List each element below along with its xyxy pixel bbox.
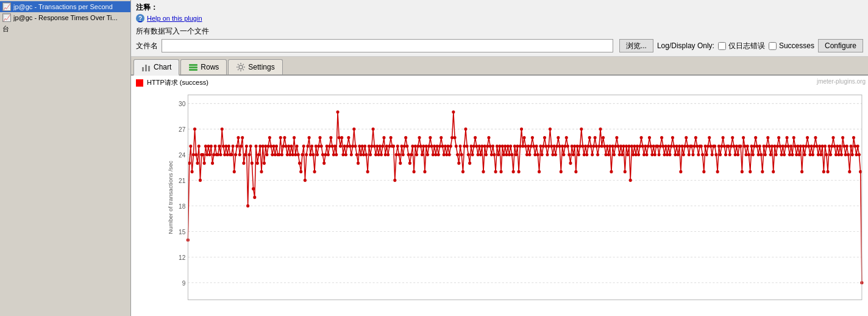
svg-point-197 (421, 153, 424, 156)
svg-point-108 (299, 170, 302, 173)
svg-point-446 (760, 153, 763, 156)
svg-point-408 (708, 136, 711, 139)
svg-point-278 (531, 136, 534, 139)
svg-text:24: 24 (179, 152, 185, 159)
svg-point-429 (736, 153, 739, 156)
svg-point-460 (778, 145, 781, 148)
sidebar-item-tai[interactable]: 台 (0, 23, 130, 35)
svg-point-238 (477, 153, 480, 156)
successes-label: Successes (779, 41, 814, 50)
svg-point-52 (223, 153, 226, 156)
svg-point-85 (268, 136, 271, 139)
svg-point-173 (388, 145, 391, 148)
svg-point-193 (415, 153, 418, 156)
svg-text:18: 18 (179, 203, 185, 210)
tab-chart[interactable]: Chart (133, 59, 179, 76)
svg-point-438 (749, 170, 752, 173)
svg-point-344 (621, 153, 624, 156)
svg-point-77 (257, 153, 260, 156)
svg-point-315 (582, 145, 585, 148)
svg-point-509 (845, 145, 848, 148)
successes-checkbox[interactable] (769, 42, 777, 50)
svg-point-299 (560, 170, 563, 173)
svg-point-180 (397, 153, 400, 156)
svg-point-78 (258, 145, 261, 148)
legend-color (136, 79, 143, 87)
svg-point-255 (500, 170, 503, 173)
svg-point-125 (322, 162, 326, 165)
svg-point-407 (706, 145, 710, 148)
svg-point-188 (408, 162, 411, 165)
help-link[interactable]: ? Help on this plugin (136, 14, 863, 23)
svg-point-488 (817, 153, 820, 156)
configure-button[interactable]: Configure (818, 39, 863, 52)
svg-point-413 (714, 153, 717, 156)
svg-point-485 (813, 145, 816, 148)
svg-point-374 (661, 145, 664, 148)
svg-point-235 (472, 145, 475, 148)
svg-point-314 (580, 127, 583, 131)
svg-point-102 (291, 153, 294, 156)
svg-point-340 (615, 136, 618, 139)
svg-point-359 (641, 145, 644, 148)
svg-point-307 (571, 145, 574, 148)
svg-point-290 (547, 145, 550, 148)
svg-point-403 (701, 153, 704, 156)
svg-point-189 (410, 153, 413, 156)
svg-point-332 (604, 153, 607, 156)
svg-point-246 (487, 136, 490, 139)
svg-point-137 (339, 145, 342, 148)
svg-point-224 (457, 162, 460, 165)
tab-settings[interactable]: Settings (228, 59, 282, 74)
svg-point-92 (277, 153, 280, 156)
svg-point-254 (498, 145, 501, 148)
svg-point-39 (205, 153, 208, 156)
svg-point-279 (532, 145, 535, 148)
svg-point-324 (594, 136, 597, 139)
svg-point-200 (425, 145, 428, 148)
svg-point-126 (324, 153, 327, 156)
svg-point-511 (848, 170, 851, 173)
svg-point-231 (467, 153, 470, 156)
svg-point-138 (340, 136, 343, 139)
svg-point-443 (755, 145, 758, 148)
svg-point-465 (786, 136, 789, 139)
svg-point-507 (842, 145, 845, 148)
svg-point-476 (800, 170, 803, 173)
tab-rows[interactable]: Rows (180, 59, 227, 74)
svg-point-172 (386, 153, 390, 156)
svg-point-396 (691, 153, 694, 156)
svg-point-292 (550, 145, 553, 148)
file-input[interactable] (162, 39, 613, 52)
svg-point-90 (275, 145, 278, 148)
browse-button[interactable]: 浏览... (619, 39, 653, 52)
tab-rows-label: Rows (201, 63, 219, 71)
svg-point-184 (403, 145, 406, 148)
sidebar-item-icon-response: 📈 (2, 13, 11, 22)
svg-point-303 (565, 136, 568, 139)
svg-point-168 (381, 145, 384, 148)
svg-point-341 (617, 145, 620, 148)
sidebar-item-response[interactable]: 📈 jp@gc - Response Times Over Ti... (0, 12, 130, 23)
svg-point-50 (221, 127, 224, 131)
svg-point-229 (464, 127, 467, 131)
svg-point-82 (264, 145, 267, 148)
log-errors-checkbox[interactable] (718, 42, 726, 50)
svg-point-178 (395, 153, 398, 156)
chart-legend: HTTP请求 (success) (131, 76, 868, 90)
sidebar-item-transactions[interactable]: 📈 jp@gc - Transactions per Second (0, 1, 130, 12)
svg-point-494 (825, 153, 828, 156)
svg-point-311 (576, 145, 579, 148)
svg-point-111 (304, 179, 307, 182)
chart-svg-wrapper: 912151821242730Number of transactions /s… (166, 90, 868, 313)
svg-rect-7 (188, 95, 862, 300)
svg-point-469 (791, 153, 794, 156)
svg-point-383 (674, 153, 677, 156)
svg-point-73 (252, 187, 255, 190)
svg-point-414 (716, 170, 719, 173)
svg-point-120 (316, 153, 319, 156)
svg-point-118 (313, 170, 316, 173)
svg-point-196 (419, 145, 422, 148)
svg-point-75 (255, 145, 258, 148)
svg-point-365 (649, 145, 652, 148)
